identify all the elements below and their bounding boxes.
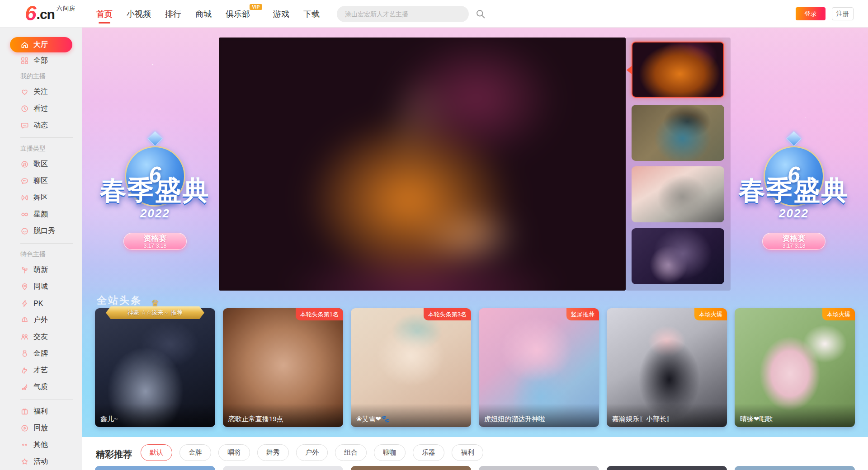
player-video-blurred xyxy=(219,38,626,291)
stream-card: 本场火爆 晴缘❤唱歌 xyxy=(735,308,855,427)
register-button[interactable]: 注册 xyxy=(832,7,854,20)
sidebar-item-song-zone[interactable]: 歌区 xyxy=(0,156,82,173)
high-heel-icon xyxy=(20,383,29,391)
event-banner-left[interactable]: 6 春季盛典 2022 资格赛 3.17-3.18 xyxy=(87,133,223,144)
stream-thumbnail-1-selected[interactable] xyxy=(632,42,724,98)
sidebar-item-same-city[interactable]: 同城 xyxy=(0,278,82,295)
chip-instrument[interactable]: 乐器 xyxy=(413,444,444,461)
sidebar-item-star-face[interactable]: 星颜 xyxy=(0,206,82,223)
selected-thumb-arrow-icon xyxy=(627,66,632,74)
recommend-title: 精彩推荐 xyxy=(96,448,132,461)
clock-icon xyxy=(20,104,29,113)
nav-download[interactable]: 下载 xyxy=(303,9,320,19)
people-icon xyxy=(20,333,29,341)
event-stage-pill[interactable]: 资格赛 3.17-3.18 xyxy=(762,233,826,250)
chip-default[interactable]: 默认 xyxy=(141,444,172,461)
chip-group[interactable]: 组合 xyxy=(335,444,367,461)
event-stage-pill[interactable]: 资格赛 3.17-3.18 xyxy=(123,233,187,250)
stream-thumbnail-3[interactable] xyxy=(632,166,724,222)
sidebar-item-following[interactable]: 关注 xyxy=(0,84,82,100)
recommend-section: 精彩推荐 默认 金牌 唱将 舞秀 户外 组合 聊咖 乐器 福利 xyxy=(82,437,868,470)
streamer-name: ❀艾雪❤🐾 xyxy=(351,404,471,427)
stream-thumbnail-2[interactable] xyxy=(632,105,724,161)
chip-outdoor[interactable]: 户外 xyxy=(296,444,328,461)
sidebar-item-dance-zone[interactable]: 舞区 xyxy=(0,189,82,206)
sidebar-item-newbie[interactable]: 萌新 xyxy=(0,262,82,278)
crystal-diamond-icon xyxy=(786,131,802,146)
login-button[interactable]: 登录 xyxy=(796,7,826,20)
headline-rank-badge: 本轮头条第1名 xyxy=(296,308,343,320)
medal-icon xyxy=(20,349,29,358)
nav-mall[interactable]: 商城 xyxy=(195,9,212,19)
logo-6-mark: 6 xyxy=(25,2,37,24)
smile-icon xyxy=(20,227,29,235)
streamer-name: 嘉瀚娱乐〖小部长〗 xyxy=(607,404,727,427)
nav-home[interactable]: 首页 xyxy=(96,9,113,19)
nav-ranking[interactable]: 排行 xyxy=(165,9,181,19)
sidebar-group-my-streamers: 我的主播 xyxy=(0,69,82,84)
site-logo[interactable]: 6 .cn 六间房 xyxy=(25,2,75,24)
chip-chatter[interactable]: 聊咖 xyxy=(374,444,406,461)
sidebar-item-outdoor[interactable]: 户外 xyxy=(0,312,82,329)
grid-icon xyxy=(20,56,29,65)
location-pin-icon xyxy=(20,282,29,291)
card-top-strip xyxy=(607,466,727,470)
sidebar-item-feed[interactable]: 动态 xyxy=(0,117,82,134)
stream-card: ♛ 神豪 ☆☆缘来～ 推荐 鑫儿~ xyxy=(95,308,215,427)
streamer-name: 鑫儿~ xyxy=(95,404,215,427)
search-area xyxy=(337,6,486,22)
chip-dance[interactable]: 舞秀 xyxy=(257,444,289,461)
sidebar-item-others[interactable]: 其他 xyxy=(0,437,82,453)
sidebar-item-replay[interactable]: 回放 xyxy=(0,420,82,437)
card-top-strip xyxy=(223,466,343,470)
star-icon xyxy=(20,457,29,466)
event-banner-right[interactable]: 6 春季盛典 2022 资格赛 3.17-3.18 xyxy=(726,133,862,144)
hot-badge: 本场火爆 xyxy=(694,308,727,320)
sidebar-group-featured: 特色主播 xyxy=(0,247,82,262)
sidebar-item-pk[interactable]: PK xyxy=(0,295,82,312)
chip-gold[interactable]: 金牌 xyxy=(179,444,211,461)
left-sidebar: 大厅 全部 我的主播 关注 看过 动态 直播类型 xyxy=(0,28,82,470)
sidebar-item-watched[interactable]: 看过 xyxy=(0,100,82,117)
stream-thumbnail-4[interactable] xyxy=(632,228,724,284)
divider xyxy=(20,137,73,138)
sidebar-item-welfare[interactable]: 福利 xyxy=(0,403,82,420)
sidebar-item-chat-zone[interactable]: 聊区 xyxy=(0,173,82,189)
filter-chips: 默认 金牌 唱将 舞秀 户外 组合 聊咖 乐器 福利 xyxy=(141,444,483,461)
nav-short-video[interactable]: 小视频 xyxy=(127,9,151,19)
home-icon xyxy=(20,41,29,49)
sidebar-item-gold-medal[interactable]: 金牌 xyxy=(0,345,82,362)
chat-bubble-icon xyxy=(20,121,29,130)
speech-bubble-icon xyxy=(20,177,29,185)
next-row-card-tops xyxy=(82,466,868,470)
event-year: 2022 xyxy=(726,207,862,221)
stream-card: 本轮头条第3名 ❀艾雪❤🐾 xyxy=(351,308,471,427)
event-title: 春季盛典 xyxy=(82,173,232,208)
chip-welfare[interactable]: 福利 xyxy=(452,444,483,461)
streamer-name: 虎妞妞的溜达升神啦 xyxy=(479,404,599,427)
streamer-name: 晴缘❤唱歌 xyxy=(735,404,855,427)
sidebar-item-talent[interactable]: 才艺 xyxy=(0,362,82,379)
nav-club[interactable]: 俱乐部 VIP xyxy=(226,9,250,19)
play-circle-icon xyxy=(20,424,29,432)
crystal-diamond-icon xyxy=(147,131,163,146)
nav-games[interactable]: 游戏 xyxy=(273,9,289,19)
heart-icon xyxy=(20,88,29,96)
chip-singer[interactable]: 唱将 xyxy=(218,444,250,461)
hand-icon xyxy=(20,366,29,375)
sidebar-item-hall[interactable]: 大厅 xyxy=(10,37,72,52)
search-input[interactable] xyxy=(337,6,469,22)
sidebar-item-elegance[interactable]: 气质 xyxy=(0,379,82,395)
vip-recommend-banner: 神豪 ☆☆缘来～ 推荐 xyxy=(106,306,204,319)
sidebar-item-talk-show[interactable]: 脱口秀 xyxy=(0,223,82,240)
event-year: 2022 xyxy=(87,207,223,221)
music-note-icon xyxy=(20,160,29,169)
sidebar-item-all[interactable]: 全部 xyxy=(0,52,82,69)
search-icon[interactable] xyxy=(475,9,486,19)
dots-icon xyxy=(20,441,29,449)
glasses-icon xyxy=(20,210,29,219)
lightning-icon xyxy=(20,299,29,308)
sidebar-item-events[interactable]: 活动 xyxy=(0,453,82,470)
sidebar-item-friends[interactable]: 交友 xyxy=(0,329,82,345)
live-player[interactable] xyxy=(219,38,626,291)
